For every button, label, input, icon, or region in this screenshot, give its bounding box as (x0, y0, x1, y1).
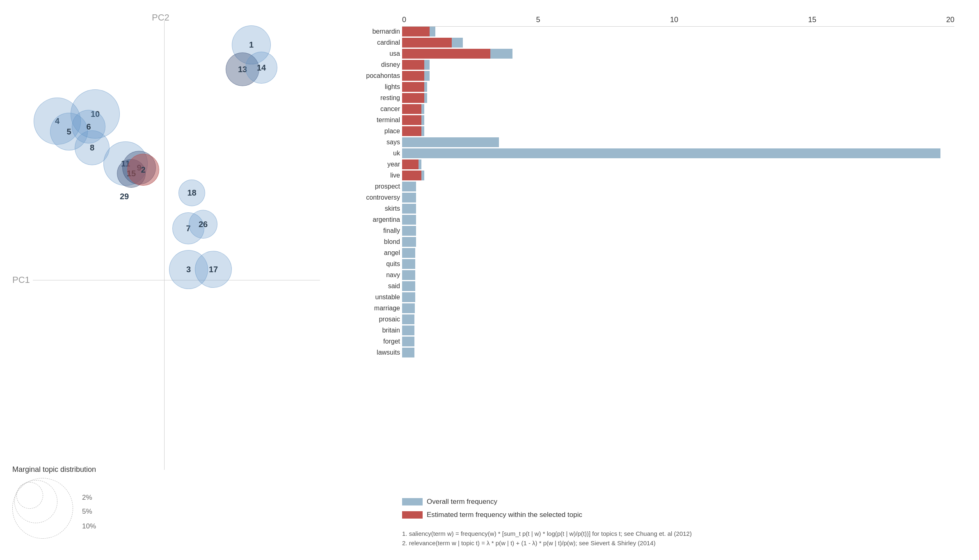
bar-label-navy: navy (336, 271, 400, 279)
bar-row: resting (402, 93, 954, 103)
bar-row: lawsuits (402, 348, 954, 357)
bar-row: controversy (402, 193, 954, 203)
bar-estimated-terminal (402, 115, 421, 125)
footnote-1: 1. saliency(term w) = frequency(w) * [su… (402, 529, 692, 539)
bar-estimated-live (402, 171, 421, 180)
bar-estimated-year (402, 159, 419, 169)
bar-row: quits (402, 259, 954, 269)
bar-container-navy (402, 270, 954, 280)
bar-row: prospect (402, 182, 954, 191)
bar-estimated-usa (402, 49, 490, 59)
footnote-2: 2. relevance(term w | topic t) = λ * p(w… (402, 539, 692, 548)
bar-estimated-pocahontas (402, 71, 424, 81)
bar-overall-angel (402, 248, 415, 258)
bar-container-skirts (402, 204, 954, 214)
bar-estimated-disney (402, 60, 424, 70)
bar-overall-prospect (402, 182, 416, 191)
bar-label-britain: britain (336, 327, 400, 334)
bar-container-bernardin (402, 27, 954, 36)
bar-label-uk: uk (336, 150, 400, 157)
bar-container-prospect (402, 182, 954, 191)
marginal-label-5pct: 5% (82, 508, 92, 516)
bar-label-live: live (336, 172, 400, 179)
bar-overall-uk (402, 148, 940, 158)
bar-label-unstable: unstable (336, 294, 400, 301)
bar-row: pocahontas (402, 71, 954, 81)
bar-row: cancer (402, 104, 954, 114)
legend-area: Overall term frequency Estimated term fr… (402, 498, 582, 519)
bar-row: says (402, 137, 954, 147)
bar-label-usa: usa (336, 50, 400, 57)
bar-container-lights (402, 82, 954, 92)
bar-overall-britain (402, 326, 414, 335)
bar-container-lawsuits (402, 348, 954, 357)
bar-label-bernardin: bernardin (336, 28, 400, 35)
bar-container-angel (402, 248, 954, 258)
bar-container-unstable (402, 292, 954, 302)
legend-overall-label: Overall term frequency (427, 498, 497, 506)
bar-container-cancer (402, 104, 954, 114)
bar-container-said (402, 281, 954, 291)
pc2-label: PC2 (152, 12, 169, 23)
bar-row: cardinal (402, 38, 954, 48)
bar-row: bernardin (402, 27, 954, 36)
bar-estimated-cardinal (402, 38, 452, 48)
bar-container-marriage (402, 303, 954, 313)
bubble-2[interactable]: 2 (127, 154, 159, 186)
bar-row: forget (402, 337, 954, 346)
bar-label-prospect: prospect (336, 183, 400, 190)
bar-row: marriage (402, 303, 954, 313)
bar-overall-lawsuits (402, 348, 414, 357)
bar-overall-skirts (402, 204, 416, 214)
bar-overall-says (402, 137, 499, 147)
bar-container-forget (402, 337, 954, 346)
pc1-label: PC1 (12, 275, 30, 285)
x-tick: 0 (402, 16, 406, 24)
bar-row: said (402, 281, 954, 291)
bar-estimated-bernardin (402, 27, 430, 36)
bar-container-uk (402, 148, 954, 158)
x-tick: 5 (536, 16, 540, 24)
x-tick: 10 (670, 16, 678, 24)
bar-label-pocahontas: pocahontas (336, 72, 400, 80)
bar-label-angel: angel (336, 249, 400, 257)
bar-estimated-place (402, 126, 421, 136)
bubble-26[interactable]: 26 (189, 210, 217, 239)
left-panel: PC1 PC2 4 10 5 6 8 11 9 15 (8, 8, 320, 552)
bar-label-skirts: skirts (336, 205, 400, 212)
bar-container-argentina (402, 215, 954, 225)
bar-overall-navy (402, 270, 415, 280)
right-panel: 05101520 bernardincardinalusadisneypocah… (320, 8, 971, 552)
bar-container-usa (402, 49, 954, 59)
marginal-label-2pct: 2% (82, 494, 92, 502)
bar-overall-quits (402, 259, 415, 269)
legend-estimated-label: Estimated term frequency within the sele… (427, 511, 582, 519)
bar-label-controversy: controversy (336, 194, 400, 201)
bar-estimated-cancer (402, 104, 421, 114)
marginal-circles: 2% 5% 10% (12, 478, 86, 544)
bar-container-prosaic (402, 314, 954, 324)
bar-overall-marriage (402, 303, 415, 313)
x-axis: 05101520 (402, 8, 954, 27)
bubble-14[interactable]: 14 (245, 52, 277, 84)
bar-row: britain (402, 326, 954, 335)
bar-label-quits: quits (336, 260, 400, 268)
bar-container-resting (402, 93, 954, 103)
bar-label-marriage: marriage (336, 305, 400, 312)
bar-label-disney: disney (336, 61, 400, 68)
bar-container-blond (402, 237, 954, 247)
bar-container-disney (402, 60, 954, 70)
main-container: PC1 PC2 4 10 5 6 8 11 9 15 (0, 0, 979, 560)
marginal-circle-2pct (16, 482, 43, 509)
bar-row: place (402, 126, 954, 136)
bubble-17[interactable]: 17 (195, 251, 232, 288)
x-tick: 20 (946, 16, 954, 24)
bar-row: year (402, 159, 954, 169)
label-29: 29 (120, 192, 129, 201)
bar-row: lights (402, 82, 954, 92)
bar-label-said: said (336, 282, 400, 290)
bar-row: terminal (402, 115, 954, 125)
bubble-18[interactable]: 18 (178, 180, 205, 206)
bar-label-lawsuits: lawsuits (336, 349, 400, 356)
bar-container-cardinal (402, 38, 954, 48)
